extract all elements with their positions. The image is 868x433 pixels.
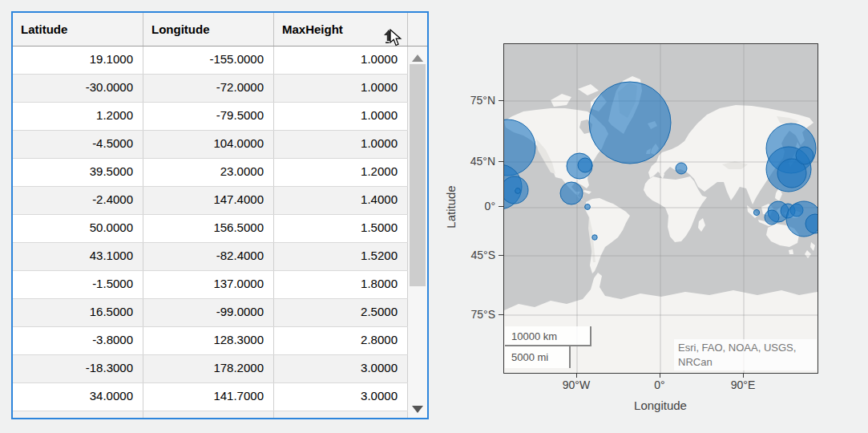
table-cell[interactable]: 43.1000 <box>13 243 143 270</box>
table-cell[interactable]: -99.0000 <box>143 299 274 326</box>
table-row[interactable]: 41.700086.88303.0000 <box>13 411 408 418</box>
scalebar-km: 10000 km <box>505 326 591 346</box>
table-cell[interactable]: 1.0000 <box>274 75 408 102</box>
table-row[interactable]: 16.5000-99.00002.5000 <box>13 299 408 327</box>
table-cell[interactable]: 41.7000 <box>13 411 143 418</box>
table-cell[interactable]: 128.3000 <box>143 327 274 354</box>
data-bubble <box>796 147 813 164</box>
data-bubble <box>560 182 583 204</box>
data-bubble <box>585 204 591 210</box>
map-scalebar: 10000 km 5000 mi <box>505 326 591 368</box>
vertical-scrollbar[interactable] <box>408 47 427 418</box>
table-row[interactable]: 19.1000-155.00001.0000 <box>13 47 408 75</box>
table-cell[interactable]: -82.4000 <box>143 243 274 270</box>
map-attribution: Esri, FAO, NOAA, USGS, NRCan <box>674 339 817 370</box>
table-cell[interactable]: 137.0000 <box>143 271 274 298</box>
table-row[interactable]: 39.500023.00001.2000 <box>13 159 408 187</box>
column-header-longitude[interactable]: Longitude <box>143 13 274 46</box>
table-row[interactable]: 43.1000-82.40001.5200 <box>13 243 408 271</box>
app-window: Latitude Longitude MaxHeight 19.1000-155… <box>0 0 868 433</box>
table-cell[interactable]: 1.4000 <box>274 187 408 214</box>
table-cell[interactable]: 3.0000 <box>274 411 408 418</box>
table-cell[interactable]: 141.7000 <box>143 383 274 411</box>
table-cell[interactable]: 86.8830 <box>143 411 274 418</box>
table-cell[interactable]: 1.0000 <box>274 131 408 158</box>
table-row[interactable]: -2.4000147.40001.4000 <box>13 187 408 215</box>
table-cell[interactable]: -4.5000 <box>13 131 143 158</box>
table-cell[interactable]: -1.5000 <box>13 271 143 298</box>
column-header-maxheight[interactable]: MaxHeight <box>274 13 408 46</box>
table-cell[interactable]: -79.5000 <box>143 103 274 130</box>
table-cell[interactable]: 23.0000 <box>143 159 274 186</box>
table-cell[interactable]: 34.0000 <box>13 383 143 411</box>
data-bubble <box>578 158 592 172</box>
table-row[interactable]: 1.2000-79.50001.0000 <box>13 103 408 131</box>
table-cell[interactable]: 16.5000 <box>13 299 143 326</box>
geobubble-map: 10000 km 5000 mi Esri, FAO, NOAA, USGS, … <box>503 43 818 374</box>
table-cell[interactable]: -18.3000 <box>13 355 143 382</box>
map-x-axis-label: Longitude <box>634 399 687 412</box>
x-tick-label: 0° <box>626 378 693 392</box>
table-row[interactable]: 50.0000156.50001.5000 <box>13 215 408 243</box>
table-cell[interactable]: 104.0000 <box>143 131 274 158</box>
table-body: 19.1000-155.00001.0000-30.0000-72.00001.… <box>13 47 408 418</box>
data-bubble <box>589 82 671 164</box>
table-cell[interactable]: 178.2000 <box>143 355 274 382</box>
table-cell[interactable]: 1.8000 <box>274 271 408 298</box>
column-header-latitude[interactable]: Latitude <box>13 13 143 46</box>
table-row[interactable]: -1.5000137.00001.8000 <box>13 271 408 299</box>
scalebar-mi: 5000 mi <box>505 346 571 368</box>
y-tick-label: 0° <box>458 199 495 213</box>
table-row[interactable]: -18.3000178.20003.0000 <box>13 355 408 383</box>
table-cell[interactable]: 1.2000 <box>13 103 143 130</box>
table-cell[interactable]: -72.0000 <box>143 75 274 102</box>
table-cell[interactable]: -30.0000 <box>13 75 143 102</box>
table-cell[interactable]: 1.0000 <box>274 103 408 130</box>
table-cell[interactable]: 2.5000 <box>274 299 408 326</box>
table-cell[interactable]: 50.0000 <box>13 215 143 242</box>
data-bubble <box>592 235 597 240</box>
map-y-axis-label: Latitude <box>444 185 458 228</box>
table-row[interactable]: -4.5000104.00001.0000 <box>13 131 408 159</box>
scrollbar-up-icon[interactable] <box>412 55 423 62</box>
table-cell[interactable]: -3.8000 <box>13 327 143 354</box>
table-row[interactable]: -30.0000-72.00001.0000 <box>13 75 408 103</box>
scrollbar-down-icon[interactable] <box>412 406 423 413</box>
scrollbar-thumb[interactable] <box>410 64 426 286</box>
world-basemap <box>504 44 818 373</box>
table-cell[interactable]: 156.5000 <box>143 215 274 242</box>
y-tick-label: 45°N <box>458 154 495 168</box>
table-cell[interactable]: -155.0000 <box>143 47 274 74</box>
table-cell[interactable]: 19.1000 <box>13 47 143 74</box>
table-cell[interactable]: 3.0000 <box>274 383 408 411</box>
y-tick-label: 75°N <box>458 93 495 107</box>
data-bubble <box>753 209 759 215</box>
uitable: Latitude Longitude MaxHeight 19.1000-155… <box>11 11 429 419</box>
table-cell[interactable]: -2.4000 <box>13 187 143 214</box>
data-bubble <box>765 210 779 225</box>
table-cell[interactable]: 147.4000 <box>143 187 274 214</box>
table-cell[interactable]: 1.5000 <box>274 215 408 242</box>
data-bubble <box>676 163 687 174</box>
table-header-row: Latitude Longitude MaxHeight <box>13 13 427 47</box>
table-cell[interactable]: 1.5200 <box>274 243 408 270</box>
column-header-label: MaxHeight <box>282 22 343 36</box>
table-row[interactable]: -3.8000128.30002.8000 <box>13 327 408 355</box>
table-cell[interactable]: 39.5000 <box>13 159 143 186</box>
table-row[interactable]: 34.0000141.70003.0000 <box>13 383 408 411</box>
table-cell[interactable]: 2.8000 <box>274 327 408 354</box>
x-tick-label: 90°E <box>709 378 777 392</box>
table-cell[interactable]: 1.0000 <box>274 47 408 74</box>
mouse-cursor-icon <box>390 29 403 51</box>
header-corner <box>408 13 427 46</box>
table-cell[interactable]: 1.2000 <box>274 159 408 186</box>
y-tick-label: 45°S <box>458 248 495 262</box>
data-bubble <box>515 188 521 194</box>
y-tick-label: 75°S <box>458 307 495 322</box>
x-tick-label: 90°W <box>543 378 610 392</box>
table-cell[interactable]: 3.0000 <box>274 355 408 382</box>
